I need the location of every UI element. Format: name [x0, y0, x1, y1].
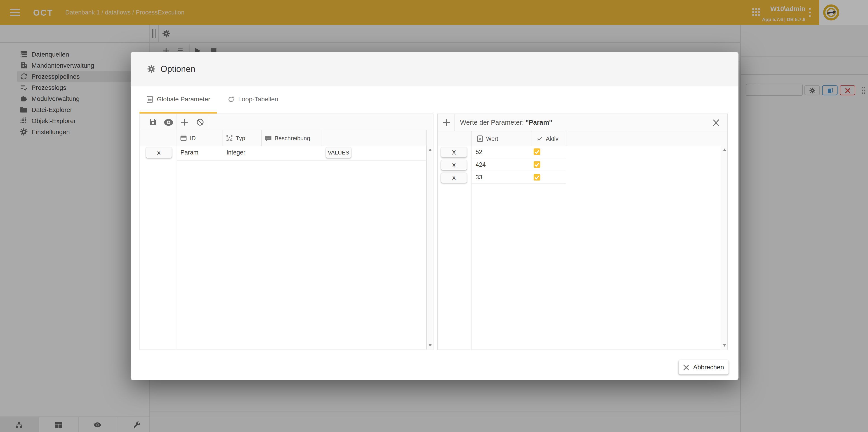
- scroll-up-arrow[interactable]: [723, 148, 726, 151]
- tab-globale-parameter[interactable]: Globale Parameter: [140, 86, 217, 112]
- column-header-wert: # Wert: [477, 131, 498, 146]
- param-name-bold: "Param": [526, 118, 552, 126]
- add-parameter-icon[interactable]: [180, 118, 189, 126]
- list-box-icon: [146, 95, 153, 103]
- add-value-icon[interactable]: [442, 118, 451, 127]
- tab-label: Loop-Tabellen: [238, 96, 278, 103]
- column-header-beschreibung: Beschreibung: [265, 130, 310, 146]
- remove-value-button[interactable]: X: [441, 173, 467, 183]
- value-cell[interactable]: 52: [475, 147, 483, 157]
- value-cell[interactable]: 424: [475, 160, 486, 170]
- save-icon[interactable]: [149, 118, 157, 126]
- remove-value-button[interactable]: X: [441, 147, 467, 157]
- params-table-header: ID A Typ Beschreibung: [140, 130, 433, 146]
- type-letter-icon: A: [226, 134, 233, 142]
- check-icon: [536, 135, 543, 142]
- values-panel: Werte der Parameter: "Param" # Wert: [437, 114, 728, 350]
- close-icon: [683, 364, 689, 370]
- scroll-down-arrow[interactable]: [723, 344, 726, 347]
- active-tab-underline: [140, 112, 217, 114]
- params-toolbar: [140, 114, 433, 131]
- comment-icon: [265, 134, 272, 142]
- preview-eye-icon[interactable]: [163, 118, 174, 126]
- dialog-header: Optionen: [131, 52, 739, 86]
- tab-loop-tabellen[interactable]: Loop-Tabellen: [224, 86, 282, 112]
- block-icon[interactable]: [196, 118, 204, 126]
- params-scrollbar[interactable]: [426, 146, 433, 349]
- values-table-header: # Wert Aktiv: [438, 131, 727, 146]
- values-panel-header: Werte der Parameter: "Param": [438, 114, 727, 132]
- gear-icon: [147, 65, 156, 73]
- params-table-body: X Param Integer VALUES: [140, 146, 433, 349]
- dialog-title: Optionen: [160, 64, 195, 74]
- cancel-label: Abbrechen: [693, 364, 724, 371]
- column-header-typ: A Typ: [226, 130, 245, 146]
- optionen-dialog: Optionen Globale Parameter Loop-Tabellen: [131, 52, 739, 380]
- tab-label: Globale Parameter: [157, 96, 210, 103]
- column-header-id: ID: [180, 130, 196, 146]
- id-card-icon: [180, 134, 187, 142]
- value-cell[interactable]: 33: [475, 172, 483, 183]
- screen: OCT Datenbank 1 / dataflows / ProcessExe…: [0, 0, 868, 432]
- values-table-body: X 52 X 424 X 33: [438, 146, 727, 349]
- values-button[interactable]: VALUES: [326, 147, 351, 158]
- value-row: X 52: [438, 146, 727, 158]
- svg-text:#: #: [479, 137, 481, 141]
- values-panel-title: Werte der Parameter: "Param": [460, 114, 552, 131]
- close-values-panel-icon[interactable]: [712, 119, 720, 126]
- aktiv-checkbox[interactable]: [534, 148, 540, 155]
- values-scrollbar[interactable]: [721, 146, 727, 349]
- value-row: X 33: [438, 171, 727, 184]
- refresh-icon: [228, 95, 235, 103]
- scroll-up-arrow[interactable]: [428, 148, 432, 151]
- value-row: X 424: [438, 158, 727, 171]
- remove-parameter-button[interactable]: X: [146, 147, 172, 158]
- param-typ-cell[interactable]: Integer: [226, 147, 246, 158]
- aktiv-checkbox[interactable]: [534, 174, 540, 180]
- column-header-aktiv: Aktiv: [536, 131, 558, 146]
- param-id-cell[interactable]: Param: [180, 147, 198, 158]
- scroll-down-arrow[interactable]: [428, 344, 432, 347]
- number-icon: #: [477, 135, 483, 142]
- svg-text:A: A: [228, 136, 231, 140]
- remove-value-button[interactable]: X: [441, 160, 467, 170]
- cancel-button[interactable]: Abbrechen: [679, 360, 728, 375]
- aktiv-checkbox[interactable]: [534, 161, 540, 168]
- params-table: ID A Typ Beschreibung: [140, 114, 433, 350]
